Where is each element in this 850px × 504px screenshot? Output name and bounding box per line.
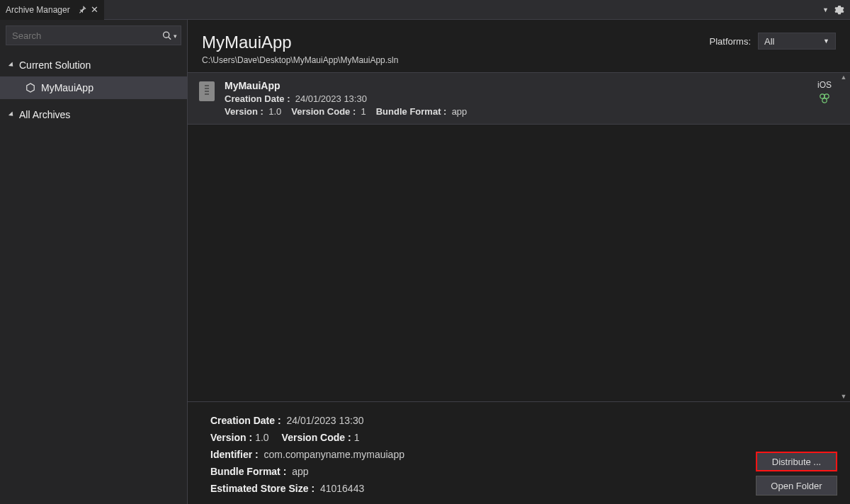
detail-identifier-value: com.companyname.mymauiapp [264, 449, 404, 460]
tab-title: Archive Manager [6, 5, 70, 15]
creation-date-label: Creation Date : [225, 93, 290, 104]
detail-bundle-format-value: app [292, 466, 308, 477]
open-folder-label: Open Folder [771, 481, 822, 491]
tree-section-all-archives[interactable]: All Archives [0, 103, 187, 126]
archive-empty-area: ▼ [188, 125, 850, 401]
version-label: Version : [225, 106, 264, 117]
details-panel: Creation Date : 24/01/2023 13:30 Version… [188, 401, 850, 504]
ios-platform-icon [819, 93, 830, 104]
hexagon-icon [26, 83, 35, 93]
tree-item-mymauiapp[interactable]: MyMauiApp [0, 76, 187, 99]
detail-creation-date-label: Creation Date : [210, 415, 281, 426]
tab-bar: Archive Manager ✕ ▼ [0, 0, 850, 20]
archive-row[interactable]: MyMauiApp Creation Date : 24/01/2023 13:… [188, 72, 850, 125]
close-icon[interactable]: ✕ [91, 4, 98, 15]
svg-point-5 [822, 98, 827, 103]
window-menu-icon[interactable]: ▼ [822, 6, 829, 13]
tree-section-current-solution[interactable]: Current Solution [0, 54, 187, 76]
chevron-down-icon: ▼ [823, 38, 829, 45]
creation-date-value: 24/01/2023 13:30 [295, 93, 367, 104]
sidebar: ▾ Current Solution MyMauiApp All Archive… [0, 20, 188, 504]
tab-archive-manager[interactable]: Archive Manager ✕ [0, 0, 104, 20]
pin-icon[interactable] [79, 6, 86, 13]
platforms-label: Platforms: [709, 36, 751, 47]
svg-line-1 [169, 37, 171, 39]
scroll-up-icon[interactable]: ▲ [839, 72, 849, 82]
platforms-value: All [764, 36, 774, 47]
detail-version-value: 1.0 [255, 432, 268, 443]
platforms-dropdown[interactable]: All ▼ [758, 33, 836, 50]
bundle-format-value: app [452, 106, 468, 117]
detail-identifier-label: Identifier : [210, 449, 259, 460]
content-area: MyMauiApp C:\Users\Dave\Desktop\MyMauiAp… [188, 20, 850, 504]
search-icon[interactable] [162, 31, 171, 40]
archive-name: MyMauiApp [225, 80, 808, 91]
page-title: MyMauiApp [202, 33, 398, 52]
tree-section-label: All Archives [19, 109, 70, 120]
svg-marker-2 [27, 84, 35, 92]
open-folder-button[interactable]: Open Folder [756, 476, 837, 496]
version-value: 1.0 [268, 106, 281, 117]
detail-store-size-value: 41016443 [320, 483, 364, 494]
version-code-value: 1 [361, 106, 366, 117]
tree-item-label: MyMauiApp [41, 82, 94, 93]
expand-icon [8, 62, 15, 68]
scroll-down-icon[interactable]: ▼ [839, 391, 849, 401]
detail-creation-date-value: 24/01/2023 13:30 [286, 415, 363, 426]
version-code-label: Version Code : [291, 106, 356, 117]
search-dropdown-icon[interactable]: ▾ [174, 32, 177, 39]
bundle-format-label: Bundle Format : [376, 106, 447, 117]
svg-point-0 [164, 32, 169, 38]
archive-file-icon [199, 81, 215, 101]
search-input[interactable] [6, 25, 181, 45]
detail-version-code-label: Version Code : [282, 432, 351, 443]
distribute-button[interactable]: Distribute ... [756, 452, 837, 471]
solution-path: C:\Users\Dave\Desktop\MyMauiApp\MyMauiAp… [202, 55, 398, 65]
detail-version-label: Version : [210, 432, 252, 443]
gear-icon[interactable] [834, 5, 844, 15]
detail-version-code-value: 1 [354, 432, 360, 443]
tree-section-label: Current Solution [19, 59, 91, 71]
detail-store-size-label: Estimated Store Size : [210, 483, 314, 494]
detail-bundle-format-label: Bundle Format : [210, 466, 286, 477]
platform-label: iOS [817, 80, 832, 90]
distribute-label: Distribute ... [772, 457, 821, 467]
expand-icon [8, 111, 15, 118]
